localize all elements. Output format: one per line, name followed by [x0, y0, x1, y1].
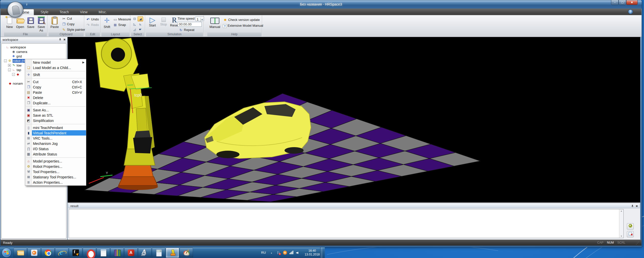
close-icon[interactable]: ✖: [63, 38, 66, 41]
open-button[interactable]: Open: [15, 16, 26, 32]
clock[interactable]: 16:40 13.01.2018: [302, 249, 323, 256]
title-bar[interactable]: ▾ Без названия - HRSpace3 ─ ▢ ✖: [0, 0, 642, 9]
3d-viewport[interactable]: tcp0 Y: [68, 37, 640, 203]
resize-grip[interactable]: ⋰: [636, 241, 639, 245]
stop-button[interactable]: Stop: [158, 16, 169, 32]
paste-button[interactable]: Paste: [49, 16, 60, 32]
network-signal-icon[interactable]: [290, 251, 293, 254]
undo-button[interactable]: ↶Undo: [86, 17, 99, 22]
menu-item[interactable]: ✖ Delete: [25, 95, 86, 100]
select-lasso-icon[interactable]: ◺: [132, 22, 137, 27]
menu-item[interactable]: ❐ Copy Ctrl+C: [25, 84, 86, 90]
tree-expander[interactable]: -: [12, 73, 15, 76]
taskbar-fk-tool[interactable]: [69, 248, 82, 258]
menu-item[interactable]: ⇌ Mechanism Jog: [25, 141, 86, 146]
start-button[interactable]: [2, 248, 11, 257]
simulation-time-field[interactable]: 00:00.00: [178, 22, 202, 27]
measure-button[interactable]: ▭Measure: [113, 17, 131, 22]
time-speed-select[interactable]: 1▼: [195, 17, 204, 21]
close-icon[interactable]: ✖: [636, 205, 638, 208]
taskbar-winrar[interactable]: [110, 248, 124, 258]
hidden-icons-arrow-icon[interactable]: ▴: [271, 252, 272, 254]
menu-item[interactable]: ▮ Virtual TeachPendant: [25, 130, 86, 136]
menu-item[interactable]: ⚙ Robot Properties...: [25, 164, 86, 169]
cut-button[interactable]: ✂Cut: [62, 16, 72, 21]
menu-item[interactable]: ⊠ Stationary Tool Properties...: [25, 174, 86, 180]
start-button[interactable]: ▷ Start: [147, 16, 157, 32]
menu-item[interactable]: ≣ Action Properties...: [25, 180, 86, 185]
select-triangle-icon[interactable]: ◢: [138, 16, 143, 21]
application-menu-orb[interactable]: [7, 2, 23, 18]
pin-icon[interactable]: [59, 38, 61, 41]
chevron-down-icon[interactable]: ▼: [200, 18, 204, 22]
block-output-button[interactable]: [627, 223, 634, 230]
manual-button[interactable]: Manual: [208, 16, 221, 32]
pan-hand-icon[interactable]: ☛: [138, 27, 143, 32]
redo-button[interactable]: ↷Redo: [86, 22, 99, 27]
tree-item[interactable]: ❖ grid: [2, 54, 66, 58]
menu-item[interactable]: ▦ Attribute Status: [25, 151, 86, 157]
menu-item[interactable]: ✂ Cut Ctrl+X: [25, 79, 86, 84]
menu-item[interactable]: ❏ Load Model as a Child...: [25, 65, 86, 70]
minimize-button[interactable]: ─: [611, 0, 619, 5]
taskbar-notepad[interactable]: [97, 248, 110, 258]
tree-expander[interactable]: -: [4, 59, 7, 62]
help-icon[interactable]: ?: [628, 9, 633, 14]
select-rect-icon[interactable]: ⊡: [132, 16, 137, 21]
save-button[interactable]: Save: [25, 16, 36, 32]
tree-expander[interactable]: +: [8, 64, 11, 67]
menu-item[interactable]: [25, 157, 86, 158]
shift-button[interactable]: ✛ Shift: [101, 16, 112, 32]
menu-item[interactable]: New model ▶: [25, 60, 86, 65]
menu-item[interactable]: ◩ Simplification: [25, 118, 86, 123]
result-output[interactable]: ▲ ▼: [69, 209, 624, 238]
ribbon-tab[interactable]: Misc.: [94, 9, 111, 15]
taskbar-explorer[interactable]: [14, 248, 27, 258]
taskbar-cad[interactable]: [138, 248, 151, 258]
menu-item[interactable]: ▯ mini TeachPendant: [25, 125, 86, 130]
taskbar-ie[interactable]: [55, 248, 68, 258]
menu-item[interactable]: [25, 123, 86, 125]
taskbar-paint[interactable]: [180, 248, 193, 258]
menu-item[interactable]: [25, 106, 86, 107]
menu-item[interactable]: [25, 70, 86, 72]
taskbar-opera[interactable]: [83, 248, 96, 258]
select-face-icon[interactable]: ◿: [132, 27, 137, 32]
scroll-up-icon[interactable]: ▲: [619, 210, 623, 212]
menu-item[interactable]: ⊞ VRC Tools...: [25, 136, 86, 141]
copy-button[interactable]: ❐Copy: [62, 22, 74, 27]
clear-output-button[interactable]: [627, 231, 634, 237]
action-center-flag-icon[interactable]: [277, 251, 280, 255]
ribbon-tab[interactable]: Teach: [55, 9, 73, 15]
antivirus-icon[interactable]: a: [283, 251, 287, 255]
taskbar-calculator[interactable]: [152, 248, 165, 258]
volume-icon[interactable]: [296, 252, 298, 254]
workspace-panel-header[interactable]: workspace ✖: [1, 37, 67, 43]
new-button[interactable]: ✶ New: [4, 16, 15, 32]
language-indicator[interactable]: RU: [261, 251, 266, 254]
pin-icon[interactable]: [631, 205, 634, 208]
menu-item[interactable]: ⌂ Model properties...: [25, 158, 86, 164]
save-as-button[interactable]: ✎ Save As: [36, 16, 47, 32]
maximize-button[interactable]: ▢: [619, 0, 626, 5]
ribbon-tab[interactable]: Style: [36, 9, 53, 15]
menu-item[interactable]: ❐ Duplicate...: [25, 100, 86, 106]
menu-item[interactable]: ▣ Save As...: [25, 107, 86, 113]
taskbar-chrome[interactable]: [41, 248, 55, 258]
tree-expander[interactable]: -: [8, 69, 11, 71]
menu-item[interactable]: ∏ I/O Status: [25, 146, 86, 151]
axis-pick-icon[interactable]: ⊾: [138, 22, 143, 27]
extensive-manual-button[interactable]: ? Extensive Model Manual: [223, 23, 263, 28]
taskbar-hrspace[interactable]: [166, 248, 179, 258]
ribbon-tab[interactable]: View: [75, 9, 92, 15]
style-painter-button[interactable]: ✎Style painter: [62, 27, 85, 32]
check-version-button[interactable]: ✹Check version update: [223, 17, 260, 22]
result-panel-header[interactable]: result ✖: [68, 203, 640, 208]
menu-item[interactable]: ▣ Save as STL: [25, 113, 86, 118]
menu-item[interactable]: [25, 77, 86, 79]
tree-item[interactable]: ∟ workspace: [2, 45, 66, 49]
taskbar-acrobat[interactable]: [124, 248, 138, 258]
taskbar-media-player[interactable]: [27, 248, 41, 258]
tree-item[interactable]: ◉ camera: [2, 49, 66, 54]
repeat-button[interactable]: ↻Repeat: [179, 27, 194, 33]
